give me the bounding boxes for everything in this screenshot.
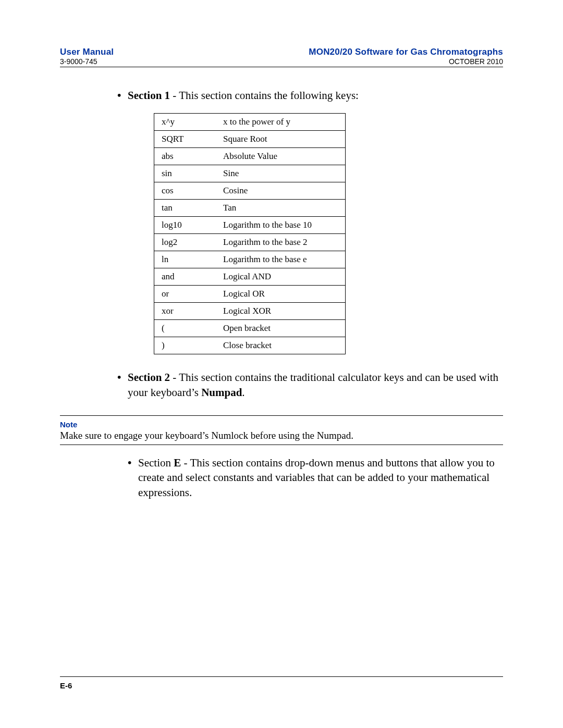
key-description: Logical OR <box>216 286 346 303</box>
section-2-period: . <box>242 386 244 399</box>
table-row: andLogical AND <box>154 268 346 286</box>
table-row: )Close bracket <box>154 337 346 354</box>
table-row: orLogical OR <box>154 286 346 303</box>
page-header: User Manual 3-9000-745 MON20/20 Software… <box>60 47 503 67</box>
note-block: Note Make sure to engage your keyboard’s… <box>60 415 503 445</box>
table-row: cosCosine <box>154 182 346 200</box>
section-e-bold: E <box>174 456 181 469</box>
page-number: E-6 <box>60 681 72 690</box>
table-row: absAbsolute Value <box>154 148 346 165</box>
table-row: xorLogical XOR <box>154 303 346 320</box>
key-symbol: log2 <box>154 234 216 251</box>
key-symbol: and <box>154 268 216 286</box>
key-symbol: abs <box>154 148 216 165</box>
section-e-text: - This section contains drop-down menus … <box>138 456 495 499</box>
section-1-bullet: • Section 1 - This section contains the … <box>117 88 503 103</box>
key-symbol: or <box>154 286 216 303</box>
section-2-numpad: Numpad <box>201 386 242 399</box>
table-row: (Open bracket <box>154 320 346 337</box>
key-description: Logarithm to the base e <box>216 251 346 268</box>
key-description: Cosine <box>216 182 346 200</box>
section-2-text: - This section contains the traditional … <box>128 371 498 398</box>
page-footer: E-6 <box>60 676 503 690</box>
section-1-text: - This section contains the following ke… <box>170 89 359 102</box>
header-right-sub: OCTOBER 2010 <box>309 57 503 66</box>
header-left-sub: 3-9000-745 <box>60 57 114 66</box>
key-symbol: log10 <box>154 217 216 234</box>
key-description: Absolute Value <box>216 148 346 165</box>
key-description: Sine <box>216 165 346 182</box>
key-description: Logical AND <box>216 268 346 286</box>
key-description: x to the power of y <box>216 114 346 131</box>
key-description: Tan <box>216 200 346 217</box>
table-row: log10Logarithm to the base 10 <box>154 217 346 234</box>
key-symbol: ln <box>154 251 216 268</box>
key-description: Logical XOR <box>216 303 346 320</box>
key-symbol: ( <box>154 320 216 337</box>
key-symbol: SQRT <box>154 131 216 148</box>
key-symbol: ) <box>154 337 216 354</box>
key-description: Square Root <box>216 131 346 148</box>
header-left-title: User Manual <box>60 47 114 57</box>
table-row: sinSine <box>154 165 346 182</box>
table-row: lnLogarithm to the base e <box>154 251 346 268</box>
key-symbol: x^y <box>154 114 216 131</box>
note-body: Make sure to engage your keyboard’s Numl… <box>60 430 503 441</box>
section-e-bullet: • Section E - This section contains drop… <box>128 455 503 500</box>
table-row: x^yx to the power of y <box>154 114 346 131</box>
key-symbol: xor <box>154 303 216 320</box>
bullet-icon: • <box>117 88 128 103</box>
section-1-label: Section 1 <box>128 89 170 102</box>
header-right-title: MON20/20 Software for Gas Chromatographs <box>309 47 503 57</box>
key-symbol: cos <box>154 182 216 200</box>
section-2-bullet: • Section 2 - This section contains the … <box>117 370 503 400</box>
bullet-icon: • <box>117 370 128 400</box>
key-description: Close bracket <box>216 337 346 354</box>
note-label: Note <box>60 420 503 429</box>
keys-table: x^yx to the power of ySQRTSquare Rootabs… <box>154 113 346 354</box>
key-symbol: tan <box>154 200 216 217</box>
section-e-pre: Section <box>138 456 174 469</box>
bullet-icon: • <box>128 455 138 500</box>
section-2-label: Section 2 <box>128 371 170 384</box>
table-row: SQRTSquare Root <box>154 131 346 148</box>
key-symbol: sin <box>154 165 216 182</box>
key-description: Logarithm to the base 2 <box>216 234 346 251</box>
key-description: Open bracket <box>216 320 346 337</box>
table-row: tanTan <box>154 200 346 217</box>
key-description: Logarithm to the base 10 <box>216 217 346 234</box>
table-row: log2Logarithm to the base 2 <box>154 234 346 251</box>
